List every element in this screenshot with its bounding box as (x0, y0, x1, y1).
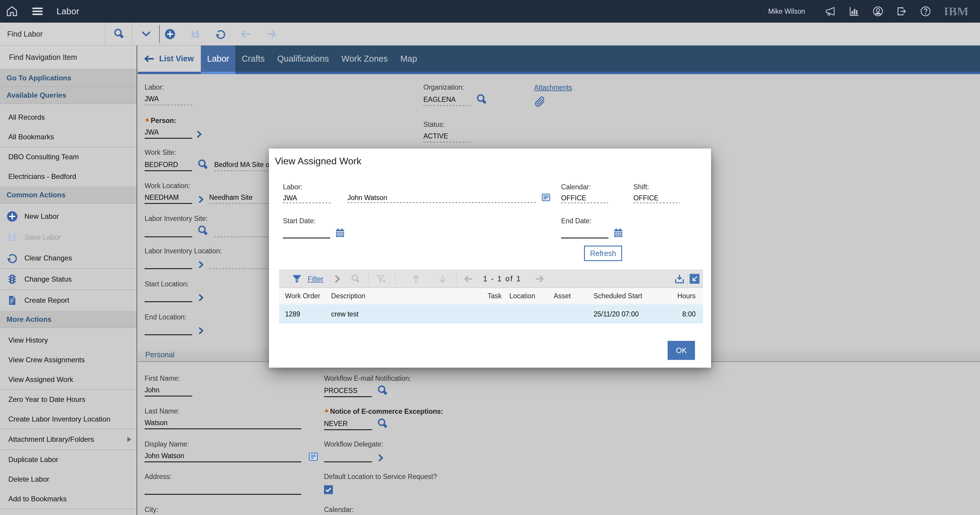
workflow-delegate-detail-chevron-icon[interactable] (379, 454, 383, 462)
sidebar-header-go-to-applications[interactable]: Go To Applications (0, 69, 137, 87)
clear-filter-icon[interactable] (376, 270, 386, 287)
announcements-icon[interactable] (825, 6, 836, 17)
labor-inventory-location-input[interactable] (145, 257, 192, 269)
start-location-input[interactable] (145, 290, 192, 302)
action-new-labor[interactable]: New Labor (0, 206, 137, 227)
sidebar-item-dbo-consulting-team[interactable]: DBO Consulting Team (0, 147, 137, 167)
query-dropdown-button[interactable] (132, 22, 159, 45)
ok-button[interactable]: OK (668, 341, 695, 360)
next-page-icon[interactable] (535, 270, 544, 287)
minimize-table-button[interactable] (690, 270, 700, 287)
tab-labor[interactable]: Labor (201, 46, 235, 72)
user-name[interactable]: Mike Wilson (768, 8, 805, 16)
column-header-asset[interactable]: Asset (548, 292, 585, 300)
sidebar-item-all-bookmarks[interactable]: All Bookmarks (0, 127, 137, 147)
home-icon[interactable] (5, 5, 18, 18)
profile-icon[interactable] (872, 6, 884, 17)
filter-expand-chevron-icon[interactable] (334, 270, 341, 287)
find-labor-input[interactable]: Find Labor (0, 22, 105, 45)
find-navigation-input[interactable]: Find Navigation Item (0, 46, 137, 69)
notice-ecommerce-select-icon[interactable] (377, 418, 388, 430)
search-button[interactable] (105, 22, 132, 45)
table-search-icon[interactable] (350, 270, 361, 287)
action-view-crew-assignments[interactable]: View Crew Assignments (0, 350, 137, 370)
action-create-report[interactable]: Create Report (0, 290, 137, 311)
tab-qualifications[interactable]: Qualifications (271, 46, 335, 72)
previous-row-icon[interactable] (411, 270, 421, 287)
attachments-link[interactable]: Attachments (534, 84, 572, 91)
column-header-hours[interactable]: Hours (657, 292, 703, 300)
column-header-task[interactable]: Task (466, 292, 501, 300)
dialog-labor-input[interactable]: JWA (283, 194, 331, 203)
start-location-detail-chevron-icon[interactable] (199, 294, 204, 301)
work-site-input[interactable]: BEDFORD (145, 159, 192, 171)
sidebar-header-available-queries[interactable]: Available Queries (0, 87, 137, 104)
download-icon[interactable] (674, 270, 685, 287)
help-icon[interactable] (920, 6, 931, 17)
attachments-icon[interactable] (534, 96, 572, 108)
tab-map[interactable]: Map (394, 46, 423, 72)
action-clear-changes[interactable]: Clear Changes (0, 248, 137, 268)
action-view-history[interactable]: View History (0, 330, 137, 350)
tab-work-zones[interactable]: Work Zones (335, 46, 394, 72)
column-header-work-order[interactable]: Work Order (279, 292, 331, 300)
new-record-icon[interactable] (164, 29, 175, 40)
person-detail-chevron-icon[interactable] (197, 131, 202, 138)
previous-page-icon[interactable] (463, 270, 474, 287)
end-location-detail-chevron-icon[interactable] (199, 327, 204, 335)
dialog-labor-detail-menu-icon[interactable] (541, 193, 551, 202)
menu-hamburger-icon[interactable] (32, 5, 43, 17)
default-location-checkbox[interactable] (324, 485, 333, 494)
address-input[interactable] (145, 483, 301, 495)
work-site-select-icon[interactable] (197, 159, 209, 171)
work-location-detail-chevron-icon[interactable] (199, 196, 204, 203)
last-name-input[interactable]: Watson (145, 417, 301, 429)
workflow-email-select-icon[interactable] (377, 384, 388, 397)
sidebar-item-electricians-bedford[interactable]: Electricians - Bedford (0, 167, 137, 187)
sidebar-item-all-records[interactable]: All Records (0, 107, 137, 127)
work-location-input[interactable]: NEEDHAM (145, 192, 192, 204)
action-attachment-library-folders[interactable]: Attachment Library/Folders (0, 429, 137, 450)
display-name-detail-menu-icon[interactable] (308, 451, 318, 462)
labor-inventory-site-input[interactable] (145, 225, 192, 237)
labor-inventory-location-detail-chevron-icon[interactable] (199, 261, 204, 268)
action-delete-labor[interactable]: Delete Labor (0, 469, 137, 489)
tab-crafts[interactable]: Crafts (235, 46, 271, 72)
action-change-status[interactable]: Change Status (0, 269, 137, 290)
end-location-input[interactable] (145, 323, 192, 335)
next-record-icon[interactable] (266, 29, 277, 40)
dialog-end-date-input[interactable] (561, 229, 608, 238)
next-row-icon[interactable] (438, 270, 447, 287)
filter-link[interactable]: Filter (308, 270, 323, 287)
action-zero-year-to-date-hours[interactable]: Zero Year to Date Hours (0, 390, 137, 409)
refresh-button[interactable]: Refresh (584, 246, 622, 261)
workflow-email-input[interactable]: PROCESS (324, 385, 372, 397)
filter-icon[interactable] (292, 270, 302, 287)
column-header-description[interactable]: Description (331, 292, 466, 300)
clear-changes-icon[interactable] (215, 29, 226, 40)
display-name-input[interactable]: John Watson (145, 450, 301, 462)
save-record-icon[interactable] (190, 29, 201, 40)
column-header-scheduled-start[interactable]: Scheduled Start (585, 292, 657, 300)
action-duplicate-labor[interactable]: Duplicate Labor (0, 450, 137, 469)
dialog-start-date-input[interactable] (283, 229, 330, 238)
labor-input[interactable]: JWA (145, 94, 192, 105)
column-header-location[interactable]: Location (501, 292, 548, 300)
workflow-delegate-input[interactable] (324, 450, 372, 462)
action-create-labor-inventory-location[interactable]: Create Labor Inventory Location (0, 409, 137, 429)
reports-chart-icon[interactable] (848, 6, 860, 17)
notice-ecommerce-input[interactable]: NEVER (324, 418, 372, 430)
table-row[interactable]: 1289 crew test 25/11/20 07:00 8:00 (279, 305, 703, 324)
start-date-calendar-icon[interactable] (335, 228, 345, 238)
action-save-labor[interactable]: Save Labor (0, 227, 137, 248)
organization-select-icon[interactable] (476, 94, 488, 105)
action-view-assigned-work[interactable]: View Assigned Work (0, 370, 137, 389)
end-date-calendar-icon[interactable] (613, 228, 623, 238)
previous-record-icon[interactable] (240, 29, 251, 40)
tab-list-view[interactable]: List View (138, 46, 201, 72)
labor-inventory-site-select-icon[interactable] (197, 225, 209, 237)
sign-out-icon[interactable] (896, 6, 907, 17)
action-add-to-bookmarks[interactable]: Add to Bookmarks (0, 489, 137, 509)
organization-input[interactable]: EAGLENA (423, 94, 471, 106)
first-name-input[interactable]: John (145, 384, 192, 397)
